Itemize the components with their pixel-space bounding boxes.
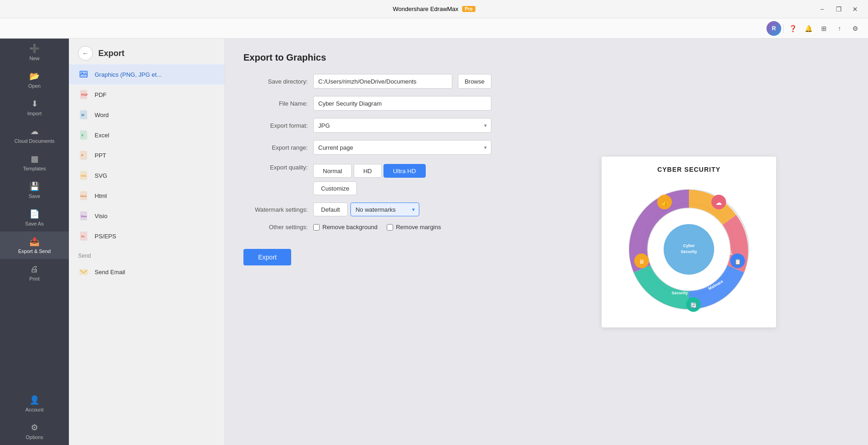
- export-format-row: Export format: JPG PNG BMP TIFF GIF ▼: [243, 118, 491, 133]
- quality-section: Normal HD Ultra HD Customize: [313, 164, 426, 195]
- svg-text:SVG: SVG: [81, 175, 87, 177]
- save-directory-row: Save directory: Browse: [243, 74, 491, 89]
- export-title: Export: [98, 49, 124, 58]
- export-form: Export to Graphics Save directory: Brows…: [225, 39, 510, 445]
- browse-button[interactable]: Browse: [458, 74, 491, 89]
- sidebar-label-export: Export & Send: [18, 248, 51, 254]
- svg-text:X: X: [81, 134, 84, 137]
- svg-text:P: P: [81, 154, 84, 157]
- svg-text:👍: 👍: [661, 199, 669, 207]
- export-item-graphics[interactable]: Graphics (PNG, JPG et...: [69, 64, 225, 84]
- file-name-label: File Name:: [243, 100, 308, 107]
- import-icon: ⬇: [31, 99, 38, 109]
- save-icon: 💾: [29, 181, 39, 192]
- quality-ultrahd-button[interactable]: Ultra HD: [383, 164, 426, 178]
- sidebar-item-import[interactable]: ⬇ Import: [0, 94, 69, 121]
- print-icon: 🖨: [30, 265, 39, 274]
- sidebar-item-new[interactable]: ➕ New: [0, 39, 69, 66]
- new-icon: ➕: [29, 44, 39, 54]
- customize-button[interactable]: Customize: [313, 181, 357, 195]
- preview-area: CYBER SECURITY: [510, 39, 868, 445]
- pdf-icon: PDF: [78, 89, 89, 100]
- export-range-wrapper: Current page All pages Selected pages ▼: [313, 140, 491, 155]
- sidebar: ➕ New 📂 Open ⬇ Import ☁ Cloud Documents …: [0, 39, 69, 445]
- email-icon: [78, 266, 89, 277]
- sidebar-item-saveas[interactable]: 📄 Save As: [0, 204, 69, 231]
- export-item-excel[interactable]: X Excel: [69, 125, 225, 145]
- export-item-pseps[interactable]: Ps PS/EPS: [69, 226, 225, 246]
- sidebar-item-print[interactable]: 🖨 Print: [0, 259, 69, 287]
- quality-group: Normal HD Ultra HD: [313, 164, 426, 178]
- export-item-ppt[interactable]: P PPT: [69, 145, 225, 165]
- preview-card: CYBER SECURITY: [602, 157, 776, 327]
- sidebar-item-templates[interactable]: ▦ Templates: [0, 149, 69, 176]
- export-format-select[interactable]: JPG PNG BMP TIFF GIF: [313, 118, 491, 133]
- restore-button[interactable]: ❐: [831, 3, 846, 16]
- svg-text:📋: 📋: [734, 258, 741, 265]
- user-avatar[interactable]: R: [767, 21, 781, 36]
- save-directory-input[interactable]: [313, 74, 452, 89]
- app-title: Wondershare EdrawMax: [393, 6, 458, 12]
- remove-background-checkbox[interactable]: [313, 224, 320, 231]
- sidebar-item-options[interactable]: ⚙ Options: [0, 417, 69, 445]
- sidebar-item-save[interactable]: 💾 Save: [0, 176, 69, 204]
- export-label-ppt: PPT: [95, 152, 106, 159]
- close-button[interactable]: ✕: [848, 3, 862, 16]
- export-label-svg: SVG: [95, 172, 107, 179]
- sidebar-item-cloud[interactable]: ☁ Cloud Documents: [0, 121, 69, 149]
- remove-margins-label[interactable]: Remove margins: [387, 224, 441, 231]
- grid-icon[interactable]: ⊞: [817, 21, 831, 36]
- svg-text:Viso: Viso: [81, 215, 87, 218]
- sidebar-label-print: Print: [29, 276, 40, 282]
- sidebar-label-open: Open: [28, 83, 41, 89]
- export-label-html: Html: [95, 192, 107, 199]
- export-label-word: Word: [95, 112, 109, 118]
- notification-icon[interactable]: 🔔: [801, 21, 816, 36]
- sidebar-item-account[interactable]: 👤 Account: [0, 390, 69, 417]
- export-item-pdf[interactable]: PDF PDF: [69, 84, 225, 105]
- quality-normal-button[interactable]: Normal: [313, 164, 352, 178]
- watermark-select[interactable]: No watermarks Custom watermark: [350, 203, 419, 216]
- export-item-html[interactable]: Html Html: [69, 186, 225, 206]
- export-range-label: Export range:: [243, 144, 308, 151]
- options-icon: ⚙: [31, 422, 38, 433]
- back-button[interactable]: ←: [78, 46, 93, 61]
- save-directory-label: Save directory:: [243, 78, 308, 85]
- share-icon[interactable]: ↑: [832, 21, 847, 36]
- minimize-button[interactable]: −: [815, 3, 829, 16]
- toolbar-icons: ❓ 🔔 ⊞ ↑ ⚙: [785, 21, 862, 36]
- other-settings-row: Other settings: Remove background Remove…: [243, 224, 491, 231]
- svg-rect-19: [80, 270, 87, 275]
- file-name-input[interactable]: [313, 96, 491, 111]
- file-name-row: File Name:: [243, 96, 491, 111]
- export-item-word[interactable]: W Word: [69, 105, 225, 125]
- remove-margins-checkbox[interactable]: [387, 224, 393, 231]
- svg-icon: SVG: [78, 170, 89, 181]
- quality-hd-button[interactable]: HD: [354, 164, 382, 178]
- sidebar-item-open[interactable]: 📂 Open: [0, 66, 69, 94]
- sidebar-item-export[interactable]: 📤 Export & Send: [0, 231, 69, 259]
- export-button[interactable]: Export: [243, 249, 291, 265]
- export-icon: 📤: [29, 237, 39, 247]
- titlebar: Wondershare EdrawMax Pro − ❐ ✕: [0, 0, 868, 18]
- export-item-email[interactable]: Send Email: [69, 262, 225, 282]
- settings-icon[interactable]: ⚙: [848, 21, 862, 36]
- export-item-svg[interactable]: SVG SVG: [69, 165, 225, 186]
- export-range-select[interactable]: Current page All pages Selected pages: [313, 140, 491, 155]
- svg-text:W: W: [81, 113, 85, 117]
- send-section-title: Send: [69, 250, 225, 262]
- remove-background-label[interactable]: Remove background: [313, 224, 378, 231]
- sidebar-label-import: Import: [27, 111, 41, 116]
- watermark-default-button[interactable]: Default: [313, 203, 348, 216]
- form-title: Export to Graphics: [243, 52, 491, 63]
- excel-icon: X: [78, 130, 89, 141]
- toolbar-divider-1: [783, 24, 783, 33]
- export-item-visio[interactable]: Viso Visio: [69, 206, 225, 226]
- sidebar-label-save: Save: [28, 193, 40, 199]
- svg-text:Security: Security: [681, 249, 697, 254]
- export-panel: ← Export Graphics (PNG, JPG et... PDF: [69, 39, 225, 445]
- sidebar-label-new: New: [29, 56, 39, 61]
- other-settings-label: Other settings:: [243, 224, 308, 231]
- help-icon[interactable]: ❓: [785, 21, 800, 36]
- preview-title: CYBER SECURITY: [657, 166, 721, 173]
